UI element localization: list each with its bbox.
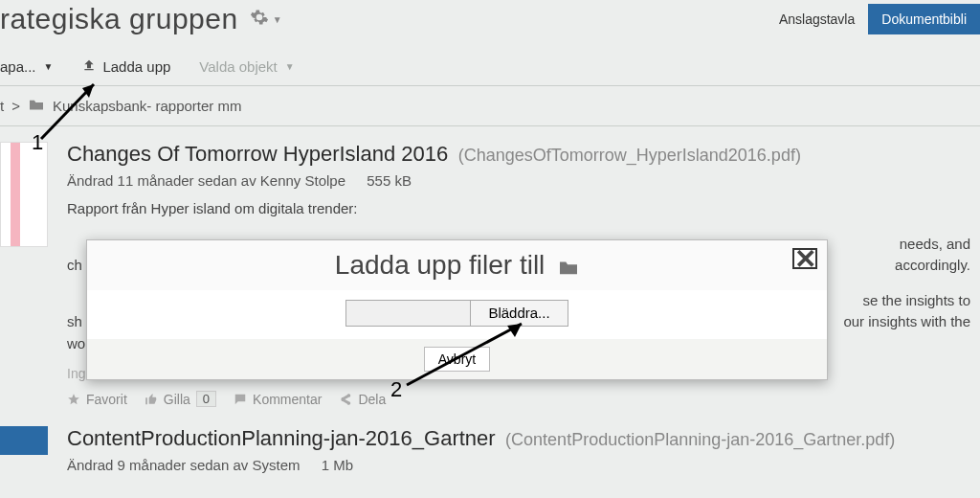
close-button[interactable]: ✕ [792,248,817,269]
nav-dokumentbibliotek[interactable]: Dokumentbibli [868,4,980,34]
document-thumbnail[interactable] [0,426,48,455]
thumbs-up-icon [145,393,158,406]
share-button[interactable]: Dela [339,392,386,407]
breadcrumb: t > Kunskapsbank- rapporter mm [0,86,980,126]
comment-button[interactable]: Kommentar [234,392,322,407]
upload-label: Ladda upp [102,58,170,75]
breadcrumb-sep: > [11,98,20,114]
upload-modal: Ladda upp filer till ✕ Bläddra... Avbryt [86,239,828,380]
breadcrumb-folder[interactable]: Kunskapsbank- rapporter mm [53,98,242,114]
file-path-input[interactable] [346,301,471,326]
create-button[interactable]: apa...▼ [0,58,53,75]
close-icon: ✕ [794,243,816,275]
document-modified: Ändrad 9 månader sedan av System [67,457,300,473]
document-filename: (ContentProductionPlanning-jan-2016_Gart… [505,430,895,449]
document-item: ContentProductionPlanning-jan-2016_Gartn… [0,420,980,487]
upload-icon [81,57,97,76]
upload-button[interactable]: Ladda upp [81,57,170,76]
chevron-down-icon[interactable]: ▼ [273,14,282,25]
star-icon [67,393,80,406]
document-modified: Ändrad 11 månader sedan av Kenny Stolpe [67,172,345,189]
nav-anslagstavla[interactable]: Anslagstavla [766,4,868,34]
folder-icon [28,98,45,114]
selected-objects-label: Valda objekt [199,58,277,75]
page-title: rategiska gruppen [0,3,238,35]
favorite-button[interactable]: Favorit [67,392,127,407]
browse-button[interactable]: Bläddra... [471,301,567,326]
like-button[interactable]: Gilla 0 [145,391,216,407]
create-label: apa... [0,58,36,75]
folder-icon [558,252,579,283]
document-size: 1 Mb [322,457,353,473]
document-size: 555 kB [367,172,412,189]
chevron-down-icon: ▼ [285,61,295,72]
gear-icon[interactable] [250,8,269,31]
selected-objects-button[interactable]: Valda objekt▼ [199,58,294,75]
modal-title: Ladda upp filer till [335,250,545,280]
cancel-button[interactable]: Avbryt [424,347,490,372]
share-icon [339,393,352,406]
like-count: 0 [196,391,216,407]
chevron-down-icon: ▼ [44,61,54,72]
breadcrumb-root[interactable]: t [0,98,4,114]
comment-icon [234,393,247,406]
document-title[interactable]: ContentProductionPlanning-jan-2016_Gartn… [67,426,496,450]
document-filename: (ChangesOfTomorrow_HyperIsland2016.pdf) [458,146,801,165]
document-thumbnail[interactable] [0,142,48,247]
document-title[interactable]: Changes Of Tomorrow HyperIsland 2016 [67,142,448,166]
document-description: Rapport från Hyper island om digitala tr… [67,198,980,220]
